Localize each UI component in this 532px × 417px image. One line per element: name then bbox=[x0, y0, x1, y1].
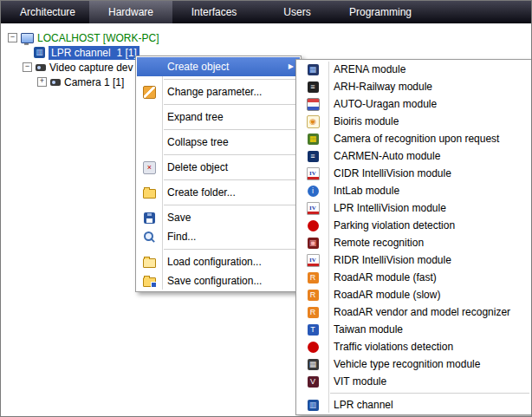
arh-railway-module-icon: ≡ bbox=[308, 81, 319, 93]
menu-separator bbox=[330, 393, 529, 394]
menu-item-remote-recognition[interactable]: ▣Remote recognition bbox=[297, 234, 532, 251]
menu-item-bioiris-module[interactable]: ◉Bioiris module bbox=[297, 113, 532, 130]
menu-item-label: IntLab module bbox=[334, 185, 399, 197]
expand-expander-icon[interactable]: + bbox=[37, 77, 47, 87]
menu-item-label: Save configuration... bbox=[167, 275, 262, 287]
menu-item-taiwan-module[interactable]: TTaiwan module bbox=[297, 321, 532, 338]
menu-item-icon-area: ≡ bbox=[297, 81, 328, 93]
ridr-intellivision-module-icon: IV bbox=[307, 254, 320, 267]
menu-item-icon-area: ◉ bbox=[297, 115, 328, 128]
menu-item-label: Traffic violations detection bbox=[334, 341, 453, 353]
menu-item-icon-area: IV bbox=[297, 167, 328, 180]
menu-item-change-parameter[interactable]: Change parameter... bbox=[137, 82, 300, 101]
menu-item-find[interactable]: Find... bbox=[137, 227, 300, 246]
menu-item-arh-railway-module[interactable]: ≡ARH-Railway module bbox=[297, 78, 532, 95]
menu-item-label: Save bbox=[167, 212, 191, 224]
tab-interfaces[interactable]: Interfaces bbox=[172, 1, 256, 23]
menu-item-icon-area: R bbox=[297, 290, 328, 301]
menu-item-label: AUTO-Uragan module bbox=[334, 98, 437, 110]
traffic-violations-detection-icon bbox=[308, 342, 319, 353]
remote-recognition-icon: ▣ bbox=[308, 238, 319, 249]
collapse-expander-icon[interactable]: − bbox=[8, 33, 17, 42]
menu-item-label: Change parameter... bbox=[167, 86, 262, 98]
menu-item-label: ARH-Railway module bbox=[334, 81, 432, 93]
menu-item-expand-tree[interactable]: Expand tree bbox=[137, 108, 300, 127]
menu-separator bbox=[164, 79, 297, 80]
menu-item-label: Vehicle type recognition module bbox=[334, 358, 480, 370]
menu-item-camera-of-recognition-upon-request[interactable]: ▦Camera of recognition upon request bbox=[297, 130, 532, 147]
menu-item-ridr-intellivision-module[interactable]: IVRIDR IntelliVision module bbox=[297, 251, 532, 269]
menu-item-label: CARMEN-Auto module bbox=[334, 150, 440, 162]
menu-item-icon-area bbox=[137, 86, 162, 99]
menu-item-roadar-module-fast[interactable]: RRoadAR module (fast) bbox=[297, 269, 532, 286]
tab-users[interactable]: Users bbox=[256, 1, 339, 23]
menu-item-icon-area: R bbox=[297, 272, 328, 283]
menu-item-delete-object[interactable]: ×Delete object bbox=[137, 158, 300, 177]
menu-item-lpr-channel[interactable]: ▥LPR channel bbox=[297, 396, 532, 414]
tree-item-label: Video capture dev bbox=[49, 62, 133, 74]
save-icon bbox=[144, 212, 155, 224]
menu-item-icon-area: i bbox=[297, 186, 328, 197]
menu-item-label: Find... bbox=[167, 231, 196, 243]
video-device-icon bbox=[36, 64, 46, 71]
menu-item-cidr-intellivision-module[interactable]: IVCIDR IntelliVision module bbox=[297, 165, 532, 182]
tab-architecture[interactable]: Architecture bbox=[6, 1, 89, 23]
menu-item-intlab-module[interactable]: iIntLab module bbox=[297, 182, 532, 199]
menu-item-label: LPR channel bbox=[334, 399, 393, 411]
menu-item-vehicle-type-recognition-module[interactable]: ▦Vehicle type recognition module bbox=[297, 355, 532, 373]
tab-hardware[interactable]: Hardware bbox=[89, 1, 172, 23]
menu-item-label: Collapse tree bbox=[167, 136, 229, 148]
menu-item-auto-uragan-module[interactable]: AUTO-Uragan module bbox=[297, 95, 532, 113]
lpr-intellivision-module-icon: IV bbox=[307, 202, 320, 215]
menu-item-roadar-module-slow[interactable]: RRoadAR module (slow) bbox=[297, 286, 532, 303]
menu-item-create-object[interactable]: Create object▶ bbox=[137, 57, 300, 76]
menu-item-icon-area: ▦ bbox=[297, 64, 328, 75]
tab-programming[interactable]: Programming bbox=[339, 1, 422, 23]
menubar: ArchitectureHardwareInterfacesUsersProgr… bbox=[1, 1, 531, 23]
menu-item-icon-area: IV bbox=[297, 254, 328, 267]
menu-item-icon-area bbox=[137, 62, 162, 73]
menu-item-arena-module[interactable]: ▦ARENA module bbox=[297, 61, 532, 78]
menu-item-parking-violation-detection[interactable]: Parking violation detection bbox=[297, 217, 532, 234]
change-parameter-icon bbox=[143, 86, 156, 99]
menu-item-carmen-auto-module[interactable]: ≡CARMEN-Auto module bbox=[297, 147, 532, 165]
save-configuration-icon bbox=[143, 277, 156, 287]
submenu-arrow-icon: ▶ bbox=[289, 63, 294, 70]
menu-item-traffic-violations-detection[interactable]: Traffic violations detection bbox=[297, 338, 532, 355]
menu-item-label: RoadAR module (fast) bbox=[334, 271, 437, 283]
menu-item-icon-area bbox=[297, 342, 328, 353]
menu-item-save-configuration[interactable]: Save configuration... bbox=[137, 271, 300, 290]
no-icon bbox=[144, 112, 155, 123]
collapse-expander-icon[interactable]: − bbox=[23, 62, 32, 72]
camera-recognition-request-icon: ▦ bbox=[308, 134, 319, 145]
menu-item-label: RoadAR vendor and model recognizer bbox=[334, 306, 510, 318]
roadar-vendor-model-icon: R bbox=[308, 307, 319, 318]
menu-item-load-configuration[interactable]: Load configuration... bbox=[137, 252, 300, 271]
menu-separator bbox=[164, 154, 297, 155]
menu-item-icon-area: ▥ bbox=[297, 400, 328, 411]
tree-item-localhost-work-pc[interactable]: −LOCALHOST [WORK-PC] bbox=[1, 30, 531, 45]
load-configuration-icon bbox=[143, 258, 156, 268]
menu-item-icon-area: ▦ bbox=[297, 359, 328, 370]
intlab-module-icon: i bbox=[308, 186, 319, 197]
menu-item-roadar-vendor-and-model-recognizer[interactable]: RRoadAR vendor and model recognizer bbox=[297, 303, 532, 321]
vehicle-type-recognition-icon: ▦ bbox=[308, 359, 319, 370]
menu-separator bbox=[164, 104, 297, 105]
menu-item-label: Create folder... bbox=[167, 186, 236, 199]
menu-item-save[interactable]: Save bbox=[137, 208, 300, 227]
menu-item-create-folder[interactable]: Create folder... bbox=[137, 183, 300, 202]
tree-item-label: LPR channel 1 [1] bbox=[49, 46, 139, 60]
arena-module-icon: ▦ bbox=[308, 64, 319, 75]
menu-item-label: Expand tree bbox=[167, 111, 224, 123]
menu-item-icon-area bbox=[137, 186, 162, 199]
menu-item-icon-area: ▦ bbox=[297, 134, 328, 145]
menu-item-collapse-tree[interactable]: Collapse tree bbox=[137, 133, 300, 152]
menu-item-lpr-intellivision-module[interactable]: IVLPR IntelliVision module bbox=[297, 199, 532, 217]
menu-separator bbox=[164, 205, 297, 205]
menu-item-label: Create object bbox=[167, 61, 229, 73]
menu-item-label: LPR IntelliVision module bbox=[334, 202, 446, 214]
delete-object-icon: × bbox=[143, 161, 156, 174]
menu-item-vit-module[interactable]: VVIT module bbox=[297, 373, 532, 390]
menu-item-label: RIDR IntelliVision module bbox=[334, 254, 451, 266]
lpr-channel-icon: ▥ bbox=[308, 400, 319, 411]
